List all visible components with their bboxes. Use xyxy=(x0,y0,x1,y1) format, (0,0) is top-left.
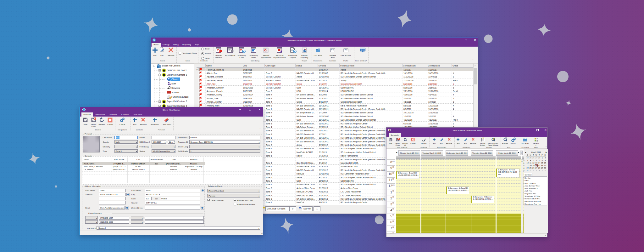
svg-text:$: $ xyxy=(169,97,170,99)
svg-text:March: March xyxy=(264,48,268,49)
